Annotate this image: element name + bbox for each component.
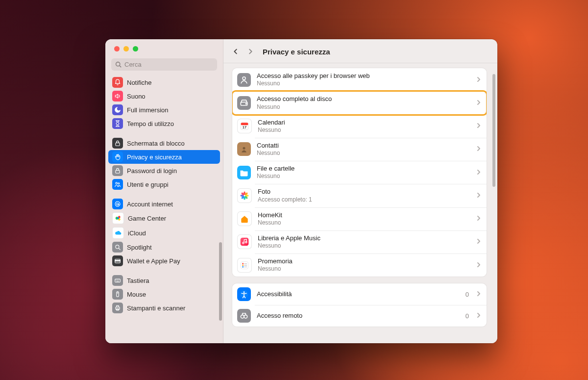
sidebar-item-account-internet[interactable]: Account internet [108, 197, 220, 211]
settings-row-foto[interactable]: FotoAccesso completo: 1 [232, 184, 487, 207]
row-title: Accessibilità [257, 290, 460, 298]
row-text: Accesso completo al discoNessuno [257, 95, 471, 110]
settings-row-music[interactable]: Libreria e Apple MusicNessuno [232, 230, 487, 253]
sidebar-item-label: Password di login [127, 167, 177, 175]
settings-row-file[interactable]: File e cartelleNessuno [232, 161, 487, 184]
system-settings-window: Cerca NotificheSuonoFull immersionTempo … [105, 39, 497, 343]
sidebar-scrollbar[interactable] [219, 242, 222, 321]
page-title: Privacy e sicurezza [263, 48, 330, 56]
svg-point-0 [116, 62, 120, 66]
svg-point-7 [117, 203, 119, 205]
settings-row-contatti[interactable]: ContattiNessuno [232, 138, 487, 161]
row-text: Accessibilità [257, 290, 460, 298]
close-icon[interactable] [114, 46, 120, 51]
sidebar-item-mouse[interactable]: Mouse [108, 287, 220, 301]
chevron-right-icon [477, 76, 481, 84]
sidebar-item-full-immersion[interactable]: Full immersion [108, 103, 220, 117]
sidebar-item-wallet[interactable]: Wallet e Apple Pay [108, 254, 220, 268]
row-title: Calendari [258, 119, 471, 127]
search-icon [115, 61, 122, 68]
wallet-icon [112, 255, 123, 266]
chevron-right-icon [477, 311, 481, 320]
zoom-icon[interactable] [133, 46, 138, 51]
svg-point-52 [244, 292, 245, 293]
svg-point-12 [116, 245, 119, 249]
sidebar-item-label: Tastiera [127, 277, 149, 284]
content-scrollbar[interactable] [492, 74, 495, 187]
accessibility-icon [237, 287, 251, 301]
sidebar-item-label: Tempo di utilizzo [127, 120, 174, 127]
chevron-right-icon [477, 237, 481, 246]
row-subtitle: Nessuno [257, 103, 471, 111]
settings-card: Accessibilità0Accesso remoto0 [232, 283, 487, 327]
row-count: 0 [466, 291, 469, 298]
sidebar-item-password-login[interactable]: Password di login [108, 164, 220, 177]
sidebar-item-stampanti[interactable]: Stampanti e scanner [108, 301, 220, 315]
forward-button[interactable] [244, 45, 257, 58]
svg-rect-24 [117, 305, 119, 307]
sidebar-item-tastiera[interactable]: Tastiera [108, 274, 220, 287]
sidebar-item-notifiche[interactable]: Notifiche [108, 76, 220, 89]
search-placeholder: Cerca [124, 61, 142, 68]
hourglass-icon [112, 118, 123, 129]
sidebar-item-label: Suono [127, 93, 146, 100]
settings-row-accessibilita[interactable]: Accessibilità0 [232, 283, 487, 305]
svg-point-11 [117, 217, 119, 219]
content-pane: Privacy e sicurezza Accesso alle passkey… [223, 39, 497, 343]
settings-card: Accesso alle passkey per i browser webNe… [232, 68, 487, 277]
row-title: Contatti [257, 142, 471, 150]
sidebar-item-game-center[interactable]: Game Center [108, 211, 220, 226]
moon-icon [112, 104, 123, 115]
svg-point-28 [245, 103, 246, 104]
users-icon [112, 179, 123, 190]
sidebar-item-schermata-blocco[interactable]: Schermata di blocco [108, 136, 220, 150]
sidebar-item-privacy[interactable]: Privacy e sicurezza [108, 150, 220, 164]
search-input[interactable]: Cerca [111, 58, 217, 71]
sidebar: Cerca NotificheSuonoFull immersionTempo … [105, 39, 223, 343]
settings-row-passkey[interactable]: Accesso alle passkey per i browser webNe… [232, 68, 487, 91]
svg-point-46 [242, 264, 244, 266]
settings-row-calendari[interactable]: 17CalendariNessuno [232, 115, 487, 138]
chevron-right-icon [477, 145, 481, 153]
row-text: Accesso remoto [257, 312, 460, 320]
sidebar-item-utenti-gruppi[interactable]: Utenti e gruppi [108, 177, 220, 191]
chevron-right-icon [477, 168, 481, 177]
svg-rect-3 [116, 143, 120, 146]
sidebar-item-label: Full immersion [127, 106, 169, 114]
sidebar-item-spotlight[interactable]: Spotlight [108, 240, 220, 254]
chevron-right-icon [477, 290, 481, 299]
contacts-icon [237, 142, 251, 156]
sidebar-item-label: iCloud [128, 229, 146, 237]
sidebar-item-label: Schermata di blocco [127, 140, 185, 147]
settings-row-promemoria[interactable]: PromemoriaNessuno [232, 253, 487, 277]
row-text: CalendariNessuno [258, 119, 471, 134]
hand-icon [112, 152, 123, 162]
row-subtitle: Nessuno [258, 127, 471, 134]
row-text: FotoAccesso completo: 1 [258, 188, 471, 203]
svg-rect-16 [115, 279, 121, 282]
settings-row-homekit[interactable]: HomeKitNessuno [232, 207, 487, 230]
chevron-right-icon [477, 214, 481, 223]
minimize-icon[interactable] [123, 46, 129, 51]
photos-icon [237, 188, 252, 203]
reminders-icon [237, 258, 252, 273]
sidebar-item-suono[interactable]: Suono [108, 89, 220, 103]
settings-row-disk[interactable]: Accesso completo al discoNessuno [232, 91, 487, 114]
svg-line-1 [120, 66, 121, 67]
settings-row-accesso-remoto[interactable]: Accesso remoto0 [232, 305, 487, 327]
sidebar-item-tempo-utilizzo[interactable]: Tempo di utilizzo [108, 117, 220, 130]
printer-icon [112, 303, 123, 313]
row-text: PromemoriaNessuno [258, 257, 471, 273]
disk-icon [237, 96, 251, 110]
back-button[interactable] [229, 45, 242, 58]
sidebar-item-label: Game Center [128, 215, 166, 222]
sidebar-item-icloud[interactable]: iCloud [108, 226, 220, 240]
lock-icon [112, 138, 123, 149]
home-icon [237, 211, 252, 226]
svg-marker-2 [115, 94, 118, 98]
sidebar-item-label: Stampanti e scanner [127, 304, 185, 312]
row-title: Accesso alle passkey per i browser web [257, 72, 471, 80]
row-title: Libreria e Apple Music [258, 234, 471, 242]
row-title: File e cartelle [257, 165, 471, 173]
svg-point-47 [242, 266, 244, 268]
